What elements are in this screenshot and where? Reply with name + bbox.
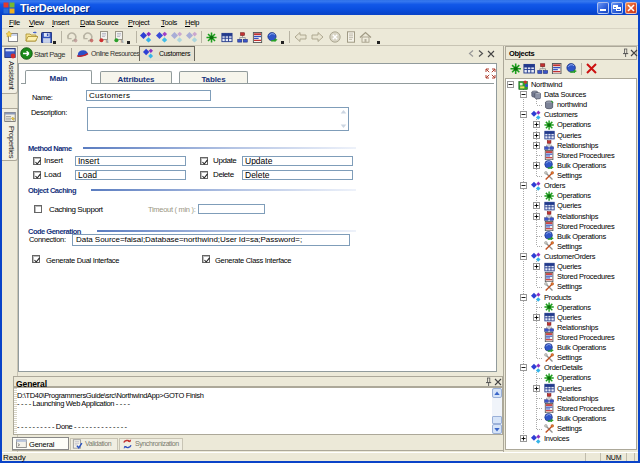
svg-text:s: s	[106, 38, 109, 44]
svg-text:s: s	[121, 38, 124, 44]
